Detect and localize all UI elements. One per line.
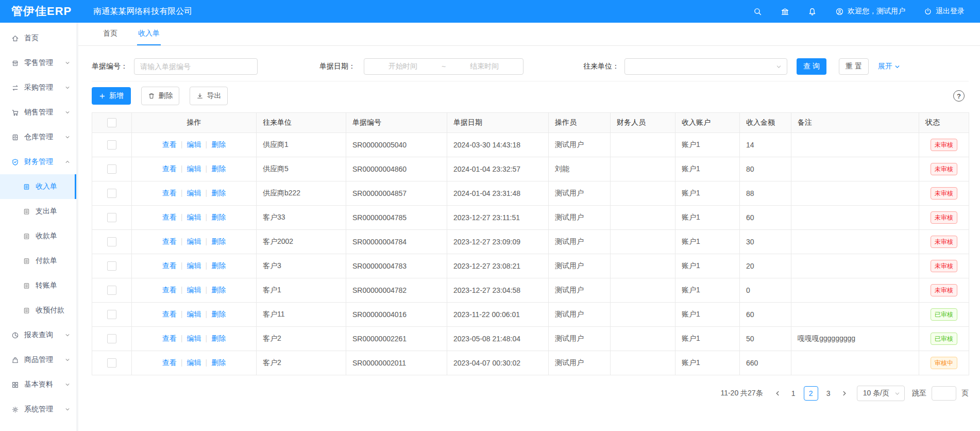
- table-row: 查看|编辑|删除客户2SR000000020112023-04-07 00:30…: [92, 351, 969, 375]
- bill-date-cell: 2024-03-30 14:43:18: [447, 133, 549, 157]
- delete-link[interactable]: 删除: [211, 140, 226, 148]
- sidebar-item-system[interactable]: 系统管理: [0, 397, 76, 422]
- date-range-input[interactable]: 开始时间 ~ 结束时间: [364, 58, 523, 75]
- view-link[interactable]: 查看: [162, 164, 177, 173]
- delete-link[interactable]: 删除: [211, 164, 226, 173]
- sidebar-item-reports[interactable]: 报表查询: [0, 323, 76, 347]
- add-button[interactable]: 新增: [92, 87, 131, 105]
- sidebar-item-retail[interactable]: 零售管理: [0, 51, 76, 75]
- sidebar-item-finance[interactable]: 财务管理: [0, 150, 76, 174]
- sidebar-item-home[interactable]: 首页: [0, 26, 76, 51]
- edit-link[interactable]: 编辑: [187, 189, 201, 197]
- delete-link[interactable]: 删除: [211, 189, 226, 197]
- action-separator: |: [206, 286, 208, 294]
- search-button[interactable]: 查 询: [797, 58, 826, 75]
- delete-link[interactable]: 删除: [211, 213, 226, 221]
- column-header: 状态: [919, 113, 969, 133]
- edit-link[interactable]: 编辑: [187, 140, 201, 148]
- welcome-user[interactable]: 欢迎您，测试用户: [835, 7, 905, 16]
- finance-staff-cell: [611, 206, 675, 230]
- view-link[interactable]: 查看: [162, 237, 177, 245]
- page-button-2[interactable]: 2: [804, 386, 818, 401]
- delete-link[interactable]: 删除: [211, 358, 226, 367]
- help-icon[interactable]: ?: [953, 90, 965, 102]
- operator-cell: 测试用户: [549, 181, 611, 206]
- edit-link[interactable]: 编辑: [187, 237, 201, 245]
- delete-link[interactable]: 删除: [211, 286, 226, 294]
- select-all-checkbox[interactable]: [107, 118, 116, 127]
- view-link[interactable]: 查看: [162, 213, 177, 221]
- delete-button[interactable]: 删除: [141, 87, 179, 105]
- row-checkbox[interactable]: [107, 237, 116, 246]
- row-checkbox[interactable]: [107, 189, 116, 198]
- tab-income-bill[interactable]: 收入单: [137, 23, 161, 45]
- status-cell: 未审核: [919, 157, 969, 181]
- row-checkbox[interactable]: [107, 213, 116, 222]
- remark-cell: 嘎嘎嘎ggggggggg: [791, 327, 919, 351]
- reset-button[interactable]: 重 置: [839, 58, 869, 75]
- page-size-select[interactable]: 10 条/页: [857, 386, 905, 401]
- page-button-1[interactable]: 1: [786, 386, 801, 401]
- chevron-down-icon: [65, 407, 70, 412]
- status-badge: 审核中: [931, 357, 957, 369]
- bell-icon[interactable]: [808, 7, 817, 16]
- expand-filters-link[interactable]: 展开: [878, 62, 900, 71]
- sidebar-item-goods[interactable]: 商品管理: [0, 347, 76, 372]
- amount-cell: 14: [740, 133, 791, 157]
- row-checkbox[interactable]: [107, 310, 116, 319]
- view-link[interactable]: 查看: [162, 310, 177, 318]
- table-row: 查看|编辑|删除客户1SR000000047822023-12-27 23:04…: [92, 278, 969, 303]
- partner-cell: 客户2: [257, 327, 346, 351]
- next-page-button[interactable]: [837, 390, 852, 396]
- export-button[interactable]: 导出: [190, 87, 228, 105]
- edit-link[interactable]: 编辑: [187, 334, 201, 342]
- sidebar-item-purchase[interactable]: 采购管理: [0, 75, 76, 100]
- view-link[interactable]: 查看: [162, 140, 177, 148]
- edit-link[interactable]: 编辑: [187, 164, 201, 173]
- view-link[interactable]: 查看: [162, 261, 177, 270]
- sidebar-item-label: 财务管理: [24, 157, 53, 167]
- sidebar-item-payment[interactable]: 付款单: [0, 248, 76, 273]
- edit-link[interactable]: 编辑: [187, 213, 201, 221]
- prev-page-button[interactable]: [770, 390, 785, 396]
- row-checkbox[interactable]: [107, 286, 116, 295]
- row-checkbox[interactable]: [107, 261, 116, 271]
- sidebar-item-receipt[interactable]: 收款单: [0, 224, 76, 248]
- operator-cell: 测试用户: [549, 133, 611, 157]
- logout-button[interactable]: 退出登录: [924, 7, 965, 16]
- delete-link[interactable]: 删除: [211, 334, 226, 342]
- user-icon: [835, 7, 844, 16]
- tab-home[interactable]: 首页: [102, 23, 119, 45]
- view-link[interactable]: 查看: [162, 358, 177, 367]
- row-checkbox[interactable]: [107, 140, 116, 150]
- row-checkbox[interactable]: [107, 164, 116, 174]
- edit-link[interactable]: 编辑: [187, 261, 201, 270]
- sidebar-item-prepay[interactable]: 收预付款: [0, 298, 76, 323]
- jump-page-input[interactable]: [932, 386, 956, 401]
- row-checkbox[interactable]: [107, 334, 116, 343]
- view-link[interactable]: 查看: [162, 286, 177, 294]
- bank-icon[interactable]: [781, 7, 789, 16]
- edit-link[interactable]: 编辑: [187, 358, 201, 367]
- delete-link[interactable]: 删除: [211, 310, 226, 318]
- sidebar-item-label: 系统管理: [24, 405, 53, 414]
- sidebar-item-basic[interactable]: 基本资料: [0, 372, 76, 397]
- sidebar-item-expense[interactable]: 支出单: [0, 199, 76, 224]
- edit-link[interactable]: 编辑: [187, 286, 201, 294]
- sidebar-item-transfer[interactable]: 转账单: [0, 273, 76, 298]
- page-button-3[interactable]: 3: [821, 386, 836, 401]
- search-icon[interactable]: [753, 7, 762, 16]
- topbar: 管伊佳ERP 南通某某网络科技有限公司 欢迎您，测试用户: [0, 0, 980, 23]
- delete-link[interactable]: 删除: [211, 261, 226, 270]
- view-link[interactable]: 查看: [162, 189, 177, 197]
- sidebar-item-warehouse[interactable]: 仓库管理: [0, 125, 76, 150]
- partner-select[interactable]: [624, 58, 787, 75]
- bill-no-input[interactable]: [134, 58, 258, 75]
- view-link[interactable]: 查看: [162, 334, 177, 342]
- sidebar-item-sales[interactable]: 销售管理: [0, 100, 76, 125]
- sidebar-item-label: 收预付款: [36, 306, 64, 315]
- delete-link[interactable]: 删除: [211, 237, 226, 245]
- sidebar-item-income[interactable]: 收入单: [0, 174, 76, 199]
- edit-link[interactable]: 编辑: [187, 310, 201, 318]
- row-checkbox[interactable]: [107, 358, 116, 368]
